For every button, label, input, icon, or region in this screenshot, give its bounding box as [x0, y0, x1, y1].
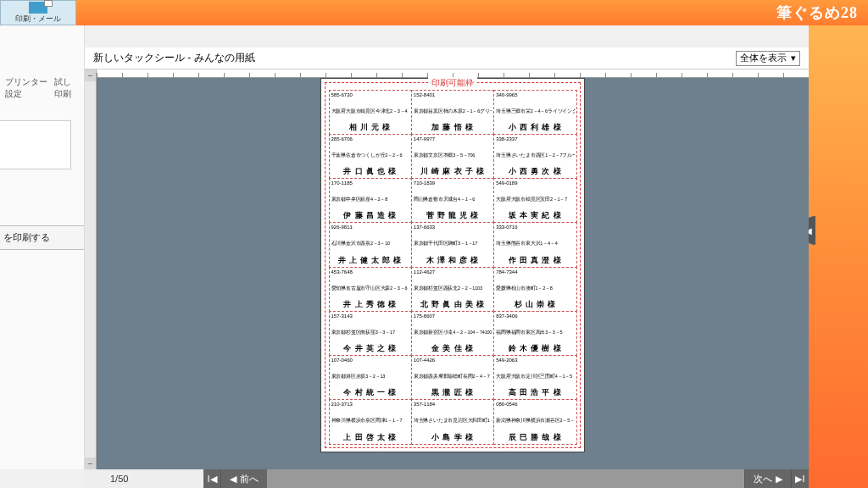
nav-next-button[interactable]: 次へ ▶	[744, 469, 791, 488]
label-zip: 107-0460	[331, 358, 409, 363]
label-zip: 837-3406	[496, 313, 574, 319]
label-name: 上 田 啓 太 様	[331, 434, 409, 442]
print-mail-button[interactable]: 印刷・メール	[0, 0, 76, 25]
address-label: 333-0716埼玉県熊谷市東大沢1－4－4作 田 真 澄 様	[493, 222, 576, 267]
document-header: 新しいタックシール - みんなの用紙 全体を表示 ▾	[85, 47, 809, 69]
label-address: 大阪府大阪市鶴見区今津北2－3－4	[331, 108, 409, 114]
document-title: 新しいタックシール - みんなの用紙	[93, 51, 255, 65]
page-indicator: 1/50	[85, 469, 203, 488]
address-label: 784-7344愛媛県松山市湊町1－2－8杉 山 崇 様	[493, 267, 576, 312]
label-zip: 157-3143	[331, 313, 409, 319]
label-name: 北 野 眞 由 美 様	[414, 301, 492, 309]
label-zip: 147-9977	[414, 136, 492, 142]
label-address: 福岡県福岡市東区馬出3－3－5	[496, 330, 574, 335]
label-address: 埼玉県さいたま市見沼区大和田町1－1－4	[414, 418, 492, 423]
label-name: 小 西 利 雄 様	[496, 124, 574, 132]
address-label: 080-0546新潟県神奈川県横浜市瀬谷区2－5－309辰 巳 勝 哉 様	[493, 399, 576, 444]
label-zip: 585-6720	[331, 92, 409, 98]
label-name: 金 美 佳 様	[414, 345, 492, 353]
label-address: 東京都中央区銀座4－2－8	[331, 197, 409, 202]
label-address: 千葉県佐倉市つくしが丘2－2－6	[331, 152, 409, 158]
label-zip: 112-4627	[414, 269, 492, 275]
address-label: 549-0189大阪府大阪市鶴見区茨田2－1－7坂 本 実 紀 様	[493, 178, 576, 223]
label-address: 愛媛県松山市湊町1－2－8	[496, 286, 574, 291]
label-address: 愛知県名古屋市守山区大森2－3－6	[331, 286, 409, 291]
print-mail-label: 印刷・メール	[15, 14, 61, 25]
zoom-select[interactable]: 全体を表示 ▾	[736, 51, 800, 66]
label-address: 神奈川県横浜市泉区岡津1－1－7	[331, 418, 409, 423]
label-zip: 285-6706	[331, 136, 409, 142]
label-address: 大阪府大阪市淀川区三国町4－1－5	[496, 374, 574, 379]
preview-canvas: 印刷可能枠 585-6720大阪府大阪市鶴見区今津北2－3－4相 川 元 様15…	[97, 69, 809, 469]
left-panel: プリンター設定 試し印刷 を印刷する	[0, 25, 85, 469]
label-name: 作 田 真 澄 様	[496, 257, 574, 265]
preview-thumbnail	[0, 120, 71, 169]
label-name: 杉 山 崇 様	[496, 301, 574, 309]
label-zip: 549-0189	[496, 180, 574, 186]
zoom-value: 全体を表示	[740, 52, 787, 64]
label-name: 小 西 勇 次 様	[496, 168, 574, 176]
address-label: 340-9965埼玉県三郷市栄2－4－6ライツイングランド201小 西 利 雄 …	[493, 90, 576, 135]
label-name: 井 上 秀 徳 様	[331, 301, 409, 309]
label-zip: 170-1185	[331, 180, 409, 186]
label-address: 埼玉県熊谷市東大沢1－4－4	[496, 241, 574, 246]
label-zip: 338-2337	[496, 136, 574, 142]
address-label: 549-2063大阪府大阪市淀川区三国町4－1－5高 田 浩 平 様	[493, 355, 576, 400]
printer-settings-link[interactable]: プリンター設定	[5, 76, 47, 100]
label-name: 伊 藤 昌 造 様	[331, 212, 409, 220]
label-name: 相 川 元 様	[331, 124, 409, 132]
label-name: 鈴 木 優 樹 様	[496, 345, 574, 353]
label-address: 埼玉県さいたま市西区1－2－7フルール1606	[496, 152, 574, 158]
nav-first-button[interactable]: I◀	[203, 469, 220, 488]
label-zip: 453-7648	[331, 269, 409, 275]
address-label: 837-3406福岡県福岡市東区馬出3－3－5鈴 木 優 樹 様	[493, 311, 576, 356]
label-name: 井 口 眞 也 様	[331, 168, 409, 176]
printer-icon	[29, 2, 47, 14]
label-name: 菅 野 龍 児 様	[414, 212, 492, 220]
scroll-down-icon[interactable]: –	[85, 458, 96, 469]
address-label: 170-1185東京都中央区銀座4－2－8伊 藤 昌 造 様	[329, 178, 412, 223]
nav-scrollbar[interactable]	[267, 469, 744, 488]
vertical-scrollbar[interactable]: – –	[85, 69, 97, 469]
label-address: 東京都杉並区西荻北2－2－1103	[414, 286, 492, 291]
address-label: 338-2337埼玉県さいたま市西区1－2－7フルール1606小 西 勇 次 様	[493, 134, 576, 179]
label-zip: 107-4426	[414, 358, 492, 363]
address-label: 137-6633東京都千代田区麹町3－1－17木 澤 和 彦 様	[411, 222, 494, 267]
print-frame-title: 印刷可能枠	[428, 77, 477, 89]
label-address: 東京都港区赤坂3－2－13	[331, 374, 409, 379]
right-accent	[809, 25, 868, 488]
label-zip: 549-2063	[496, 358, 574, 363]
label-name: 坂 本 実 紀 様	[496, 212, 574, 220]
label-name: 井 上 健 太 郎 様	[331, 257, 409, 265]
page: 印刷可能枠 585-6720大阪府大阪市鶴見区今津北2－3－4相 川 元 様15…	[320, 78, 585, 452]
label-zip: 333-0716	[496, 225, 574, 230]
address-label: 285-6706千葉県佐倉市つくしが丘2－2－6井 口 眞 也 様	[329, 134, 412, 179]
label-zip: 175-8607	[414, 313, 492, 319]
label-zip: 926-9811	[331, 225, 409, 230]
test-print-link[interactable]: 試し印刷	[54, 76, 79, 100]
address-label: 357-1184埼玉県さいたま市見沼区大和田町1－1－4小 島 学 様	[411, 399, 494, 444]
scroll-up-icon[interactable]: –	[85, 69, 96, 81]
label-address: 東京都西多摩郡瑞穂町長岡2－4－7	[414, 374, 492, 379]
app-brand: 筆ぐるめ28	[776, 3, 858, 23]
label-name: 今 村 統 一 様	[331, 389, 409, 397]
address-label: 107-0460東京都港区赤坂3－2－13今 村 統 一 様	[329, 355, 412, 400]
label-zip: 710-1839	[414, 180, 492, 186]
label-name: 黒 瀧 匠 様	[414, 389, 492, 397]
label-address: 東京都杉並区南荻窪3－3－17	[331, 330, 409, 335]
label-zip: 340-9965	[496, 92, 574, 98]
label-address: 岡山県倉敷市天城台4－1－6	[414, 197, 492, 202]
label-zip: 784-7344	[496, 269, 574, 275]
label-zip: 137-6633	[414, 225, 492, 230]
print-button[interactable]: を印刷する	[0, 225, 84, 250]
label-name: 高 田 浩 平 様	[496, 389, 574, 397]
label-address: 埼玉県三郷市栄2－4－6ライツイングランド201	[496, 108, 574, 114]
nav-prev-button[interactable]: ◀ 前へ	[220, 469, 267, 488]
label-name: 加 藤 悟 様	[414, 124, 492, 132]
address-label: 926-9811石川県金沢市西泉2－3－10井 上 健 太 郎 様	[329, 222, 412, 267]
nav-last-button[interactable]: ▶I	[791, 469, 809, 488]
label-address: 東京都文京区本郷3－5－706	[414, 152, 492, 158]
label-address: 東京都新宿区小滝4－2－104－741002	[414, 330, 492, 335]
chevron-down-icon: ▾	[791, 53, 796, 64]
label-address: 東京都千代田区麹町3－1－17	[414, 241, 492, 246]
